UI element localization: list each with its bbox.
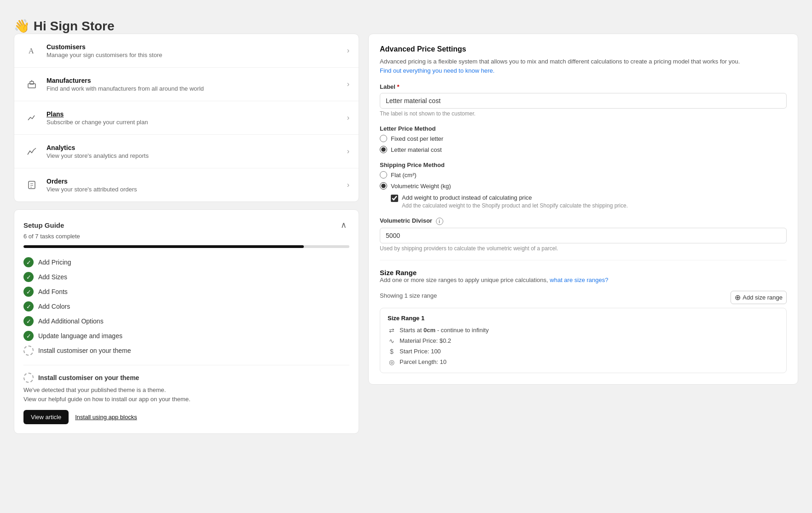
volumetric-divisor-input[interactable] [380,228,787,243]
task-item-4: ✓Add Additional Options [23,316,349,326]
nav-chevron-analytics: › [347,147,349,156]
nav-text-manufacturers: ManufacturersFind and work with manufact… [46,77,347,92]
nav-desc-customisers: Manage your sign customisers for this st… [46,52,347,58]
nav-title-plans: Plans [46,110,347,118]
size-range-link[interactable]: what are size ranges? [550,277,608,283]
plus-icon: ⊕ [735,293,741,302]
dollar-icon: $ [388,347,396,356]
nav-item-analytics[interactable]: AnalyticsView your store's analytics and… [14,135,359,168]
waveform-icon: ∿ [388,337,396,345]
arrows-icon: ⇄ [388,326,396,334]
radio-volumetric-label: Volumetric Weight (kg) [391,183,451,190]
material-price-row: ∿ Material Price: $0.2 [388,337,779,345]
install-section: Install customiser on your theme We've d… [23,365,349,424]
nav-icon-orders [23,177,40,193]
install-check-pending [23,373,34,383]
radio-flat[interactable]: Flat (cm²) [380,171,787,179]
add-weight-checkbox[interactable] [391,195,398,202]
label-sublabel: The label is not shown to the customer. [380,110,787,117]
task-label-6: Install customiser on your theme [38,347,131,354]
radio-volumetric[interactable]: Volumetric Weight (kg) [380,182,787,190]
task-label-5: Update language and images [38,332,122,340]
required-star: * [397,83,400,90]
task-check-done-2: ✓ [23,287,34,297]
nav-title-link-plans[interactable]: Plans [46,110,64,118]
task-check-done-5: ✓ [23,331,34,341]
radio-fixed-cost-label: Fixed cost per letter [391,135,443,142]
nav-icon-manufacturers [23,76,40,92]
task-item-5: ✓Update language and images [23,331,349,341]
volumetric-divisor-sublabel: Used by shipping providers to calculate … [380,245,787,252]
task-check-done-0: ✓ [23,257,34,267]
add-weight-sublabel: Add the calculated weight to the Shopify… [402,202,628,209]
nav-text-analytics: AnalyticsView your store's analytics and… [46,144,347,159]
task-label-3: Add Colors [38,303,70,310]
nav-desc-manufacturers: Find and work with manufacturers from al… [46,85,347,92]
nav-desc-orders: View your store's attributed orders [46,186,347,193]
install-app-blocks-button[interactable]: Install using app blocks [75,414,137,421]
nav-text-customisers: CustomisersManage your sign customisers … [46,43,347,58]
size-range-section: Size Range Add one or more size ranges t… [380,269,787,373]
nav-desc-plans: Subscribe or change your current plan [46,119,347,126]
add-weight-label: Add weight to product instead of calcula… [402,194,628,201]
shipping-price-method-label: Shipping Price Method [380,161,787,168]
task-item-6: Install customiser on your theme [23,346,349,356]
svg-text:A: A [29,47,34,55]
task-check-done-3: ✓ [23,301,34,311]
nav-chevron-plans: › [347,114,349,122]
advanced-price-description: Advanced pricing is a flexible system th… [380,57,787,75]
nav-chevron-orders: › [347,181,349,189]
add-size-range-button[interactable]: ⊕ Add size range [731,291,787,304]
nav-item-manufacturers[interactable]: ManufacturersFind and work with manufact… [14,68,359,101]
progress-bar [23,245,349,248]
radio-letter-material-label: Letter material cost [391,146,442,153]
install-title: Install customiser on your theme [23,373,349,383]
task-item-1: ✓Add Sizes [23,272,349,282]
task-label-4: Add Additional Options [38,317,104,325]
task-check-done-4: ✓ [23,316,34,326]
task-list: ✓Add Pricing✓Add Sizes✓Add Fonts✓Add Col… [23,257,349,356]
nav-desc-analytics: View your store's analytics and reports [46,152,347,159]
nav-title-analytics: Analytics [46,144,347,151]
install-description: We've detected that your published theme… [23,386,349,403]
view-article-button[interactable]: View article [23,410,69,424]
label-field-label: Label * [380,83,787,90]
starts-at-value: Starts at 0cm - continue to infinity [400,327,489,334]
shipping-price-method-section: Shipping Price Method Flat (cm²) Volumet… [380,161,787,209]
radio-fixed-cost[interactable]: Fixed cost per letter [380,135,787,142]
parcel-length-row: ◎ Parcel Length: 10 [388,358,779,366]
material-price-value: Material Price: $0.2 [400,337,451,344]
task-item-3: ✓Add Colors [23,301,349,311]
size-range-meta: ⇄ Starts at 0cm - continue to infinity ∿… [388,326,779,366]
add-weight-checkbox-item[interactable]: Add weight to product instead of calcula… [391,194,787,209]
nav-item-customisers[interactable]: ACustomisersManage your sign customisers… [14,34,359,68]
task-label-2: Add Fonts [38,288,68,295]
size-range-header: Size Range Add one or more size ranges t… [380,269,787,289]
nav-text-plans: PlansSubscribe or change your current pl… [46,110,347,126]
page-title: 👋 Hi Sign Store [14,18,798,34]
nav-item-orders[interactable]: OrdersView your store's attributed order… [14,168,359,202]
task-label-0: Add Pricing [38,259,71,266]
start-price-value: Start Price: 100 [400,348,441,355]
size-range-desc: Add one or more size ranges to apply uni… [380,277,608,283]
nav-title-manufacturers: Manufacturers [46,77,347,84]
setup-guide-title: Setup Guide [23,221,64,229]
showing-label: Showing 1 size range [380,292,437,299]
label-input[interactable] [380,93,787,109]
nav-item-plans[interactable]: PlansSubscribe or change your current pl… [14,101,359,135]
task-label-1: Add Sizes [38,273,67,281]
nav-title-orders: Orders [46,178,347,185]
label-field-section: Label * The label is not shown to the cu… [380,83,787,117]
setup-collapse-button[interactable]: ∧ [338,219,349,231]
radio-letter-material[interactable]: Letter material cost [380,146,787,153]
nav-chevron-customisers: › [347,46,349,55]
parcel-length-value: Parcel Length: 10 [400,358,447,365]
letter-price-method-section: Letter Price Method Fixed cost per lette… [380,125,787,153]
nav-chevron-manufacturers: › [347,80,349,88]
letter-price-method-label: Letter Price Method [380,125,787,132]
size-range-card: Size Range 1 ⇄ Starts at 0cm - continue … [380,308,787,373]
advanced-price-link[interactable]: Find out everything you need to know her… [380,67,494,74]
nav-icon-analytics [23,143,40,160]
install-title-label: Install customiser on your theme [38,374,139,381]
shipping-price-radio-group: Flat (cm²) Volumetric Weight (kg) [380,171,787,190]
